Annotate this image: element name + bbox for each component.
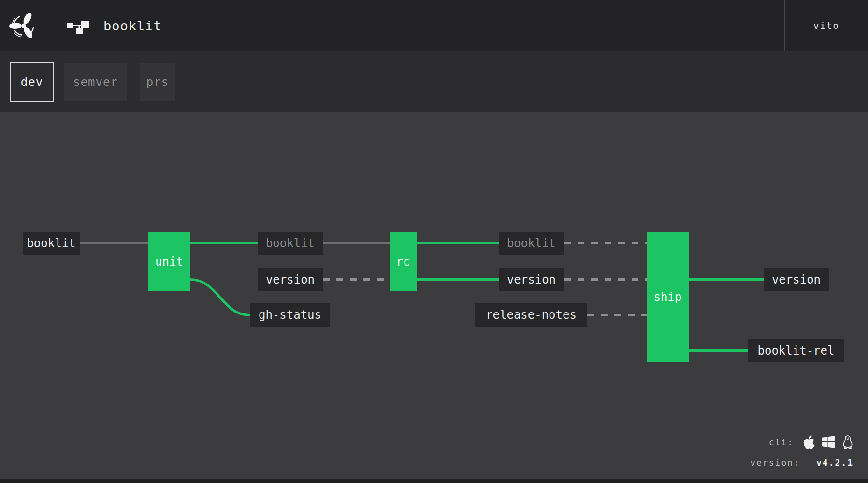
top-bar: booklit vito: [0, 0, 868, 51]
resource-booklit-rel[interactable]: booklit-rel: [748, 339, 844, 362]
link-rc-to-booklit: [417, 242, 499, 244]
job-rc[interactable]: rc: [390, 232, 417, 291]
concourse-logo-icon[interactable]: [8, 10, 40, 42]
link-booklit-to-rc: [323, 242, 390, 244]
pipeline-breadcrumb-icon: [67, 21, 90, 34]
pipeline-groups-bar: dev semver prs: [0, 51, 868, 112]
pipeline-title: booklit: [103, 0, 162, 51]
job-ship[interactable]: ship: [647, 232, 689, 362]
resource-gh-status[interactable]: gh-status: [250, 303, 330, 327]
tab-dev[interactable]: dev: [10, 62, 54, 102]
link-release-notes-to-ship: [587, 314, 647, 316]
cli-downloads: cli:: [769, 434, 854, 450]
link-ship-to-booklit-rel: [689, 349, 748, 352]
resource-version-after-rc[interactable]: version: [499, 268, 564, 291]
resource-booklit-input[interactable]: booklit: [23, 232, 80, 255]
link-rc-to-version: [417, 278, 499, 281]
link-version-to-ship: [564, 278, 647, 281]
resource-version-output[interactable]: version: [764, 268, 829, 291]
concourse-pipeline-page: booklit vito dev semver prs unit rc ship…: [0, 0, 868, 483]
link-unit-to-booklit: [190, 242, 258, 244]
version-value: v4.2.1: [816, 457, 854, 468]
linux-icon[interactable]: [841, 435, 854, 449]
windows-icon[interactable]: [822, 435, 835, 449]
user-menu[interactable]: vito: [785, 0, 868, 51]
bottom-bar: [0, 479, 868, 483]
job-unit[interactable]: unit: [148, 232, 190, 291]
tab-semver[interactable]: semver: [64, 63, 127, 101]
resource-version-before-rc[interactable]: version: [258, 268, 323, 291]
link-ship-to-version: [689, 278, 764, 281]
link-version-to-rc: [323, 278, 390, 281]
cli-version: version: v4.2.1: [750, 456, 854, 469]
link-booklit-to-unit: [80, 242, 148, 244]
resource-booklit-after-rc[interactable]: booklit: [499, 232, 564, 255]
cli-label: cli:: [769, 437, 794, 447]
version-label: version:: [750, 457, 800, 468]
apple-icon[interactable]: [802, 435, 816, 449]
resource-release-notes[interactable]: release-notes: [475, 303, 587, 327]
tab-prs[interactable]: prs: [140, 63, 175, 101]
resource-booklit-after-unit[interactable]: booklit: [258, 232, 323, 255]
link-booklit-to-ship: [564, 242, 647, 244]
